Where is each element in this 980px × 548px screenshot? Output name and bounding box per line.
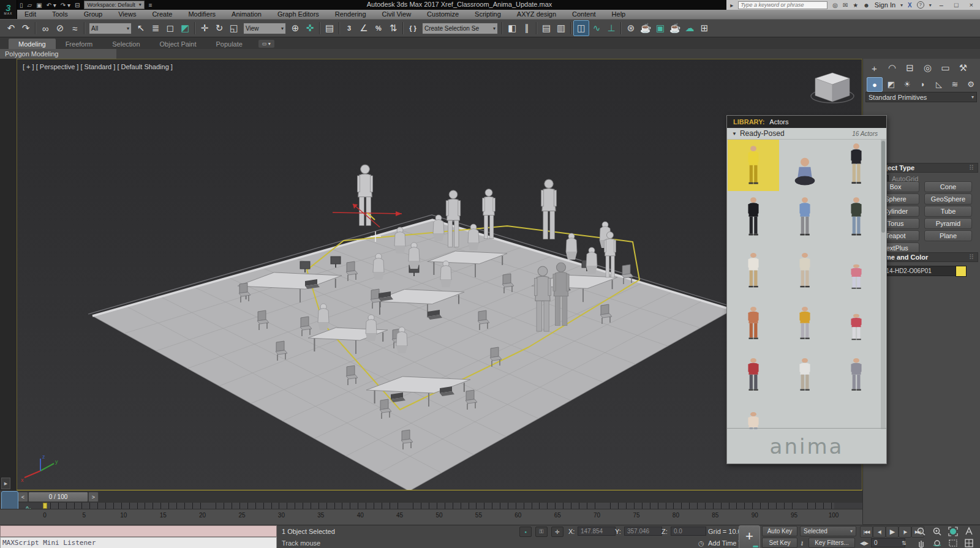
angle-snap-toggle-icon[interactable]: ∠ [356, 21, 371, 36]
unlink-selection-icon[interactable]: ⊘ [53, 21, 67, 36]
avatar-icon[interactable]: ☻ [863, 2, 870, 9]
macro-recorder-line[interactable] [0, 525, 277, 537]
current-frame-field[interactable]: 0 [871, 538, 905, 547]
display-tab-icon[interactable]: ▭ [938, 61, 953, 75]
favorites-icon[interactable]: ★ [853, 2, 858, 9]
use-pivot-point-center-icon[interactable]: ⊕ [288, 21, 303, 36]
geosphere-button[interactable]: GeoSphere [924, 193, 972, 205]
actor-thumb-15[interactable] [831, 345, 882, 397]
search-icon[interactable]: ◎ [832, 2, 838, 9]
primitive-category-dropdown[interactable]: Standard Primitives ▾ [865, 92, 977, 102]
y-coordinate-field[interactable]: 357.046 [624, 527, 662, 536]
spinner-snap-toggle-icon[interactable]: ⇅ [386, 21, 401, 36]
seated-person[interactable] [433, 215, 444, 241]
menu-modifiers[interactable]: Modifiers [180, 10, 224, 19]
select-object-icon[interactable]: ↖ [134, 21, 148, 36]
lights-category-icon[interactable]: ☀ [900, 77, 914, 91]
bind-to-space-warp-icon[interactable]: ≈ [67, 21, 82, 36]
standing-person[interactable] [541, 179, 557, 239]
exchange-apps-icon[interactable]: X [908, 2, 912, 9]
tab-populate[interactable]: Populate [206, 39, 252, 49]
x-coordinate-field[interactable]: 147.854 [578, 527, 616, 536]
key-filters-button[interactable]: Key Filters... [809, 538, 855, 548]
render-elements-icon[interactable]: ⊞ [697, 21, 712, 36]
scrollbar-thumb[interactable] [881, 141, 885, 233]
actor-thumb-11[interactable] [779, 294, 831, 345]
reference-coordinate-system-dropdown[interactable]: View▾ [243, 23, 286, 34]
library-value[interactable]: Actors [769, 118, 788, 126]
actor-thumb-10[interactable] [728, 294, 779, 345]
cone-button[interactable]: Cone [924, 181, 972, 192]
actor-thumb-3[interactable] [831, 140, 882, 191]
expand-panel-button[interactable]: ▶ [1, 478, 10, 489]
utilities-tab-icon[interactable]: ⚒ [956, 61, 971, 75]
mirror-icon[interactable]: ◧ [505, 21, 519, 36]
project-folder-icon[interactable]: ⊟ [75, 2, 80, 9]
toggle-ribbon-icon[interactable]: ◫ [573, 20, 589, 36]
auto-key-button[interactable]: Auto Key [762, 526, 797, 536]
menu-scripting[interactable]: Scripting [467, 10, 509, 19]
menu-animation[interactable]: Animation [224, 10, 270, 19]
set-key-button[interactable]: Set Key [762, 538, 797, 548]
menu-tools[interactable]: Tools [44, 10, 76, 19]
edit-named-selection-sets-icon[interactable]: { } [405, 21, 420, 36]
previous-frame-button[interactable]: < [18, 492, 28, 502]
view-cube[interactable] [811, 73, 854, 103]
shapes-category-icon[interactable]: ◩ [884, 77, 899, 91]
rendered-frame-window-icon[interactable]: ▣ [653, 21, 668, 36]
menu-civil-view[interactable]: Civil View [374, 10, 419, 19]
menu-group[interactable]: Group [76, 10, 111, 19]
select-and-manipulate-icon[interactable]: ✜ [303, 21, 317, 36]
tab-modeling[interactable]: Modeling [9, 39, 56, 49]
align-icon[interactable]: ∥ [519, 21, 534, 36]
seated-person[interactable] [566, 233, 577, 260]
zoom-region-icon[interactable] [946, 538, 960, 548]
absolute-mode-icon[interactable]: ✛ [551, 527, 564, 537]
select-and-move-icon[interactable]: ✛ [197, 21, 212, 36]
menu-customize[interactable]: Customize [419, 10, 467, 19]
pan-hand-icon[interactable] [914, 538, 928, 548]
select-and-link-icon[interactable]: ∞ [38, 21, 53, 36]
3ds-max-logo[interactable]: 3 MAX [0, 0, 17, 19]
select-and-scale-icon[interactable]: ◱ [227, 21, 241, 36]
maxscript-mini-listener[interactable]: MAXScript Mini Listener [0, 537, 277, 548]
menu-content[interactable]: Content [564, 10, 604, 19]
actor-thumb-4[interactable] [728, 191, 779, 242]
actor-thumb-9[interactable] [831, 242, 882, 294]
select-and-rotate-icon[interactable]: ↻ [212, 21, 227, 36]
expand-icon[interactable]: ▸ [730, 2, 733, 9]
zoom-extents-icon[interactable] [946, 526, 960, 536]
anima-scrollbar[interactable] [881, 140, 886, 429]
material-editor-icon[interactable]: ☕ [638, 21, 653, 36]
spacewarps-category-icon[interactable]: ≋ [948, 77, 962, 91]
tab-object-paint[interactable]: Object Paint [150, 39, 206, 49]
curve-editor-icon[interactable]: ∿ [589, 21, 604, 36]
ribbon-minimize-icon[interactable]: ▭ ▾ [258, 40, 274, 48]
actor-thumb-7[interactable] [728, 242, 779, 294]
workspace-menu-icon[interactable]: ≡ [149, 2, 153, 9]
new-file-icon[interactable]: ▯ [20, 2, 23, 9]
actor-thumb-14[interactable] [779, 345, 831, 397]
undo-small-icon[interactable]: ↶ ▾ [47, 2, 56, 9]
actor-thumb-13[interactable] [728, 345, 779, 397]
search-input[interactable] [738, 1, 827, 9]
actor-thumb-1[interactable] [728, 140, 779, 191]
geometry-category-icon[interactable]: ● [867, 77, 883, 92]
z-coordinate-field[interactable]: 0.0 [671, 527, 706, 536]
zoom-all-icon[interactable] [930, 526, 944, 536]
menu-axyz-design[interactable]: AXYZ design [509, 10, 564, 19]
actor-thumb-16[interactable] [728, 397, 779, 429]
field-of-view-icon[interactable] [962, 526, 976, 536]
plane-button[interactable]: Plane [924, 230, 972, 241]
selection-filter-dropdown[interactable]: All▾ [89, 23, 132, 34]
actor-thumb-12[interactable] [831, 294, 882, 345]
pyramid-button[interactable]: Pyramid [924, 218, 972, 229]
previous-frame-button[interactable]: ◀| [873, 526, 886, 538]
play-button[interactable]: ▶ [886, 526, 899, 538]
isolate-selection-toggle[interactable]: ▪ [519, 527, 532, 537]
spinner-icon[interactable]: ⇅ [902, 540, 907, 546]
save-icon[interactable]: ▣ [36, 2, 42, 9]
window-crossing-toggle-icon[interactable]: ◩ [178, 21, 192, 36]
frame-step-icon[interactable]: ◀▶ [860, 540, 869, 546]
cameras-category-icon[interactable]: ◗ [916, 77, 930, 91]
